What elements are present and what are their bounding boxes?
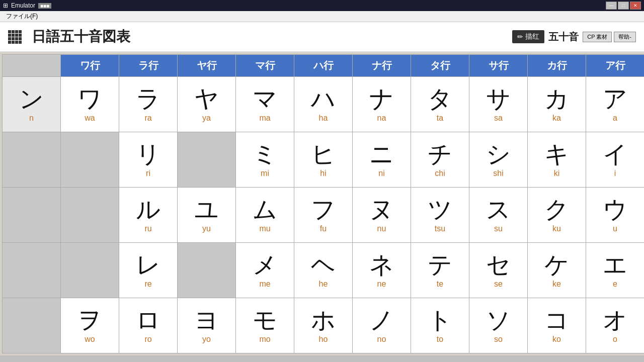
- row-header-cell: [3, 243, 61, 298]
- table-row: ンnワwaラraヤyaマmaハhaナnaタtaサsaカkaアa: [3, 77, 645, 132]
- table-cell[interactable]: カka: [528, 77, 586, 132]
- table-cell[interactable]: シshi: [469, 132, 528, 188]
- table-cell[interactable]: ヒhi: [294, 132, 353, 188]
- table-cell[interactable]: ニni: [353, 132, 411, 188]
- table-cell[interactable]: ヌnu: [353, 188, 411, 243]
- table-cell[interactable]: サsa: [469, 77, 528, 132]
- header-ka: カ行: [528, 55, 586, 77]
- table-cell[interactable]: ケke: [528, 243, 586, 298]
- badge-title: 五十音: [548, 30, 579, 44]
- app-header: 日語五十音図表 ✏ 描红 五十音 CP 素材 帮助-: [0, 22, 644, 52]
- table-cell[interactable]: トto: [411, 298, 469, 353]
- header-ta: タ行: [411, 55, 469, 77]
- table-cell[interactable]: クku: [528, 188, 586, 243]
- table-cell[interactable]: キki: [528, 132, 586, 188]
- table-cell[interactable]: ウu: [586, 188, 645, 243]
- table-cell[interactable]: ミmi: [236, 132, 294, 188]
- header-ra: ラ行: [119, 55, 178, 77]
- row-header-cell: [3, 298, 61, 353]
- table-row: ルruユyuムmuフfuヌnuツtsuスsuクkuウu: [3, 188, 645, 243]
- table-cell[interactable]: [178, 132, 236, 188]
- table-cell[interactable]: [61, 188, 119, 243]
- row-header-cell: ンn: [3, 77, 61, 132]
- header-empty: [3, 55, 61, 77]
- table-cell[interactable]: ワwa: [61, 77, 119, 132]
- table-container: ワ行 ラ行 ヤ行 マ行 ハ行 ナ行 タ行 サ行 カ行 ア行 ンnワwaラraヤy…: [0, 52, 644, 355]
- trace-badge: ✏ 描红: [512, 30, 544, 43]
- table-row: ヲwoロroヨyoモmoホhoノnoトtoソsoコkoオo: [3, 298, 645, 353]
- table-cell[interactable]: ヨyo: [178, 298, 236, 353]
- table-cell[interactable]: [61, 243, 119, 298]
- top-buttons: CP 素材 帮助-: [583, 32, 636, 42]
- table-cell[interactable]: ノno: [353, 298, 411, 353]
- grid-icon: [8, 30, 22, 44]
- table-cell[interactable]: [61, 132, 119, 188]
- table-cell[interactable]: セse: [469, 243, 528, 298]
- table-cell[interactable]: メme: [236, 243, 294, 298]
- menu-bar: ファイル(F): [0, 11, 644, 22]
- table-cell[interactable]: ヘhe: [294, 243, 353, 298]
- hiragana-table: ワ行 ラ行 ヤ行 マ行 ハ行 ナ行 タ行 サ行 カ行 ア行 ンnワwaラraヤy…: [2, 54, 644, 353]
- row-header-cell: [3, 132, 61, 188]
- table-cell[interactable]: コko: [528, 298, 586, 353]
- title-bar-text: Emulator: [11, 2, 35, 9]
- app-title: 日語五十音図表: [32, 27, 130, 46]
- table-cell[interactable]: ヲwo: [61, 298, 119, 353]
- table-cell[interactable]: レre: [119, 243, 178, 298]
- table-cell[interactable]: ロro: [119, 298, 178, 353]
- app-icon: ⊞: [3, 2, 8, 9]
- table-cell[interactable]: オo: [586, 298, 645, 353]
- badge-area: ✏ 描红 五十音 CP 素材 帮助-: [512, 30, 636, 44]
- table-cell[interactable]: ソso: [469, 298, 528, 353]
- table-row: リriミmiヒhiニniチchiシshiキkiイi: [3, 132, 645, 188]
- header-ma: マ行: [236, 55, 294, 77]
- table-cell[interactable]: ムmu: [236, 188, 294, 243]
- app-title-text: 日語五十音図表: [32, 27, 130, 46]
- header-ya: ヤ行: [178, 55, 236, 77]
- header-sa: サ行: [469, 55, 528, 77]
- pen-icon: ✏: [517, 33, 523, 41]
- table-cell[interactable]: テte: [411, 243, 469, 298]
- table-cell[interactable]: ナna: [353, 77, 411, 132]
- row-header-cell: [3, 188, 61, 243]
- table-cell[interactable]: ホho: [294, 298, 353, 353]
- minimize-button[interactable]: —: [606, 2, 617, 10]
- badge-label: 描红: [525, 32, 539, 41]
- title-bar-controls[interactable]: — □ ✕: [606, 2, 641, 10]
- table-cell[interactable]: [178, 243, 236, 298]
- close-button[interactable]: ✕: [630, 2, 641, 10]
- table-cell[interactable]: ラra: [119, 77, 178, 132]
- table-cell[interactable]: ユyu: [178, 188, 236, 243]
- header-wa: ワ行: [61, 55, 119, 77]
- header-ha: ハ行: [294, 55, 353, 77]
- menu-file[interactable]: ファイル(F): [2, 11, 42, 22]
- title-bar-left: ⊞ Emulator ■■■: [3, 2, 51, 9]
- help-button[interactable]: 帮助-: [614, 32, 636, 42]
- table-cell[interactable]: フfu: [294, 188, 353, 243]
- table-row: レreメmeヘheネneテteセseケkeエe: [3, 243, 645, 298]
- table-cell[interactable]: ヤya: [178, 77, 236, 132]
- table-cell[interactable]: ツtsu: [411, 188, 469, 243]
- cp-button[interactable]: CP 素材: [583, 32, 612, 42]
- table-cell[interactable]: チchi: [411, 132, 469, 188]
- title-bar: ⊞ Emulator ■■■ — □ ✕: [0, 0, 644, 11]
- table-cell[interactable]: ルru: [119, 188, 178, 243]
- table-cell[interactable]: マma: [236, 77, 294, 132]
- table-header-row: ワ行 ラ行 ヤ行 マ行 ハ行 ナ行 タ行 サ行 カ行 ア行: [3, 55, 645, 77]
- table-cell[interactable]: モmo: [236, 298, 294, 353]
- maximize-button[interactable]: □: [618, 2, 629, 10]
- table-cell[interactable]: ネne: [353, 243, 411, 298]
- table-cell[interactable]: スsu: [469, 188, 528, 243]
- table-cell[interactable]: タta: [411, 77, 469, 132]
- table-cell[interactable]: イi: [586, 132, 645, 188]
- title-bar-extra: ■■■: [38, 3, 51, 9]
- table-cell[interactable]: ハha: [294, 77, 353, 132]
- header-a: ア行: [586, 55, 645, 77]
- table-cell[interactable]: リri: [119, 132, 178, 188]
- header-na: ナ行: [353, 55, 411, 77]
- table-cell[interactable]: アa: [586, 77, 645, 132]
- table-cell[interactable]: エe: [586, 243, 645, 298]
